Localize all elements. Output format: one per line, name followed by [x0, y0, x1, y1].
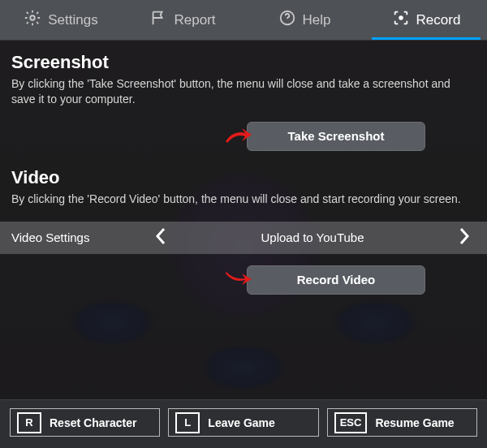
- screenshot-heading: Screenshot: [11, 52, 476, 73]
- key-hint: L: [175, 412, 200, 433]
- svg-point-2: [399, 16, 403, 19]
- video-settings-prev[interactable]: [149, 226, 172, 248]
- key-hint: R: [17, 412, 41, 433]
- record-icon: [392, 9, 410, 31]
- gear-icon: [24, 9, 41, 31]
- video-heading: Video: [11, 167, 476, 188]
- resume-game-button[interactable]: ESC Resume Game: [327, 408, 477, 437]
- leave-game-button[interactable]: L Leave Game: [168, 408, 318, 437]
- menu-tabs: Settings Report Help Record: [0, 0, 487, 41]
- tab-record[interactable]: Record: [365, 0, 487, 40]
- video-description: By clicking the 'Record Video' button, t…: [11, 192, 476, 207]
- svg-point-0: [31, 15, 36, 20]
- annotation-arrow-icon: [224, 125, 253, 144]
- annotation-arrow-icon: [224, 269, 253, 288]
- tab-label: Help: [303, 12, 331, 28]
- button-label: Leave Game: [208, 416, 275, 429]
- record-video-button[interactable]: Record Video: [247, 265, 425, 295]
- screenshot-action-row: Take Screenshot: [11, 122, 476, 151]
- reset-character-button[interactable]: R Reset Character: [10, 408, 160, 437]
- tab-help[interactable]: Help: [244, 0, 365, 40]
- chevron-left-icon: [154, 226, 167, 248]
- button-label: Resume Game: [375, 416, 454, 429]
- video-action-row: Record Video: [11, 265, 476, 295]
- screenshot-description: By clicking the 'Take Screenshot' button…: [11, 76, 476, 107]
- chevron-right-icon: [458, 226, 471, 248]
- record-menu: Settings Report Help Record Screenshot B…: [0, 0, 487, 448]
- bottom-bar: R Reset Character L Leave Game ESC Resum…: [0, 399, 487, 448]
- tab-label: Record: [416, 12, 461, 28]
- take-screenshot-button[interactable]: Take Screenshot: [247, 122, 425, 151]
- video-settings-label: Video Settings: [11, 230, 149, 244]
- help-icon: [278, 9, 296, 31]
- video-settings-row: Video Settings Upload to YouTube: [0, 222, 487, 254]
- tab-label: Report: [174, 12, 215, 28]
- tab-settings[interactable]: Settings: [0, 0, 122, 40]
- video-settings-next[interactable]: [453, 226, 476, 248]
- tab-label: Settings: [48, 12, 97, 28]
- flag-icon: [149, 9, 167, 31]
- video-settings-value: Upload to YouTube: [172, 230, 453, 244]
- content-area: Screenshot By clicking the 'Take Screens…: [0, 41, 487, 399]
- tab-report[interactable]: Report: [122, 0, 244, 40]
- button-label: Reset Character: [50, 416, 136, 429]
- key-hint: ESC: [334, 412, 368, 433]
